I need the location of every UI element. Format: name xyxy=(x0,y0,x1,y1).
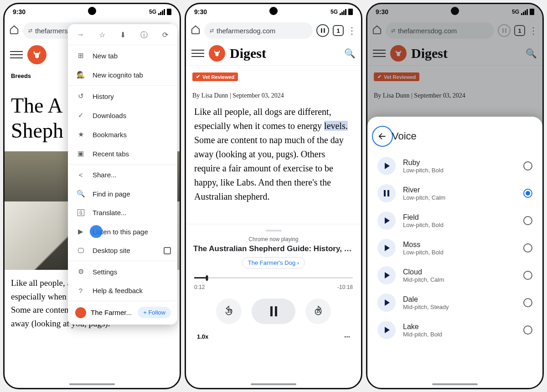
camera-cutout xyxy=(269,7,278,15)
radio-button[interactable] xyxy=(523,325,532,335)
monitor-icon: 🖵 xyxy=(76,247,85,254)
voice-row-cloud[interactable]: CloudMid-pitch, Calm xyxy=(372,262,538,289)
overflow-menu: → ☆ ⬇ ⓘ ⟳ ⊞New tab 🕵New icognito tab ↺Hi… xyxy=(68,24,177,325)
share-icon: < xyxy=(76,171,85,179)
search-icon[interactable]: 🔍 xyxy=(344,48,356,59)
drag-handle[interactable] xyxy=(266,230,282,232)
voice-sheet: Voice RubyLow-pitch, BoldRiverLow-pitch,… xyxy=(367,117,542,388)
menu-history[interactable]: ↺History xyxy=(68,87,177,106)
radio-button[interactable] xyxy=(523,189,532,198)
radio-button[interactable] xyxy=(523,271,532,280)
site-header: Digest 🔍 xyxy=(186,41,361,65)
plus-box-icon: ⊞ xyxy=(76,52,85,60)
camera-cutout xyxy=(88,7,96,15)
menu-translate[interactable]: 🄶Translate... xyxy=(68,203,177,222)
play-pause-button[interactable] xyxy=(252,299,295,324)
home-icon[interactable] xyxy=(191,25,201,36)
home-icon[interactable] xyxy=(9,25,19,36)
nav-home-bar[interactable] xyxy=(69,383,115,385)
tap-highlight xyxy=(90,225,103,238)
byline: By Lisa Dunn | September 03, 2024 xyxy=(186,88,361,104)
voice-list: RubyLow-pitch, BoldRiverLow-pitch, CalmF… xyxy=(372,152,538,344)
menu-share[interactable]: <Share... xyxy=(68,165,177,184)
play-icon[interactable] xyxy=(377,321,396,339)
info-icon[interactable]: ⓘ xyxy=(140,31,148,40)
voice-row-lake[interactable]: LakeMid-pitch, Bold xyxy=(372,316,538,344)
pause-icon[interactable] xyxy=(377,184,396,202)
overflow-icon[interactable]: ⋮ xyxy=(347,26,356,35)
site-logo[interactable] xyxy=(27,45,46,64)
menu-bookmarks[interactable]: ★Bookmarks xyxy=(68,125,177,144)
hamburger-icon[interactable] xyxy=(191,50,204,57)
voice-desc: Mid-pitch, Calm xyxy=(403,276,516,283)
playback-controls: 10 10 xyxy=(191,290,356,332)
voice-name: Cloud xyxy=(403,268,516,276)
menu-site-account: The Farmer... + Follow xyxy=(68,302,177,320)
radio-button[interactable] xyxy=(523,243,532,253)
play-icon[interactable] xyxy=(377,157,396,175)
rewind-10-button[interactable]: 10 xyxy=(216,299,242,324)
menu-help[interactable]: ?Help & feedback xyxy=(68,281,177,300)
nav-home-bar[interactable] xyxy=(432,383,478,385)
menu-find[interactable]: 🔍Find in page xyxy=(68,184,177,203)
menu-incognito[interactable]: 🕵New icognito tab xyxy=(68,65,177,84)
remaining-time: -10:18 xyxy=(337,284,353,290)
forward-10-button[interactable]: 10 xyxy=(305,299,331,324)
now-playing-label: Chrome now playing xyxy=(191,236,356,242)
voice-row-dale[interactable]: DaleMid-pitch, Steady xyxy=(372,289,538,316)
menu-desktop-site[interactable]: 🖵Desktop site xyxy=(68,241,177,260)
voice-name: Moss xyxy=(403,241,516,249)
menu-settings[interactable]: ⚙Settings xyxy=(68,262,177,281)
elapsed-time: 0:12 xyxy=(194,284,205,290)
history-icon: ↺ xyxy=(76,92,85,100)
site-settings-icon: ⇄ xyxy=(28,28,32,34)
translate-icon: 🄶 xyxy=(76,209,85,217)
menu-recent-tabs[interactable]: ▣Recent tabs xyxy=(68,144,177,163)
url-bar[interactable]: ⇄thefarmersdog.com xyxy=(204,22,313,39)
tts-highlight: levels. xyxy=(324,121,348,131)
menu-new-tab[interactable]: ⊞New tab xyxy=(68,46,177,65)
menu-downloads[interactable]: ✓Downloads xyxy=(68,106,177,125)
svg-text:10: 10 xyxy=(316,308,322,314)
play-icon[interactable] xyxy=(377,266,396,284)
back-button[interactable] xyxy=(372,126,393,147)
svg-text:10: 10 xyxy=(227,308,232,314)
speed-button[interactable]: 1.0x xyxy=(197,333,208,340)
source-chip[interactable]: The Farmer's Dog › xyxy=(242,257,305,268)
toolbar-pause-button[interactable] xyxy=(316,24,329,37)
nav-home-bar[interactable] xyxy=(251,383,296,385)
player-more-icon[interactable]: ⋯ xyxy=(344,333,350,340)
play-icon[interactable] xyxy=(377,239,396,257)
radio-button[interactable] xyxy=(523,298,532,307)
voice-name: Field xyxy=(403,213,516,222)
voice-row-ruby[interactable]: RubyLow-pitch, Bold xyxy=(372,152,538,180)
brand-wordmark: Digest xyxy=(230,46,266,61)
browser-toolbar: ⇄thefarmersdog.com 1 ⋮ xyxy=(186,20,361,41)
signal-icon xyxy=(158,9,165,15)
progress-slider[interactable] xyxy=(194,273,353,282)
help-icon: ? xyxy=(76,287,85,294)
radio-button[interactable] xyxy=(523,161,532,170)
hamburger-icon[interactable] xyxy=(10,51,23,58)
track-title: The Australian Shepherd Guide: History, … xyxy=(191,244,356,253)
voice-row-field[interactable]: FieldLow-pitch, Bold xyxy=(372,207,538,234)
menu-listen[interactable]: ▶ Listen to this page xyxy=(68,222,177,241)
download-check-icon: ✓ xyxy=(76,111,85,119)
voice-row-moss[interactable]: MossLow-pitch, Bold xyxy=(372,234,538,262)
tab-switcher[interactable]: 1 xyxy=(333,25,344,36)
sheet-title: Voice xyxy=(392,130,417,142)
checkbox-unchecked[interactable] xyxy=(164,247,171,254)
forward-icon[interactable]: → xyxy=(77,31,84,40)
follow-button[interactable]: + Follow xyxy=(138,307,171,318)
site-logo[interactable] xyxy=(209,45,225,62)
status-bar: 9:30 5G xyxy=(186,4,361,20)
star-icon[interactable]: ☆ xyxy=(99,31,105,40)
radio-button[interactable] xyxy=(523,216,532,225)
voice-desc: Low-pitch, Bold xyxy=(403,249,516,256)
play-icon[interactable] xyxy=(377,211,396,230)
download-icon[interactable]: ⬇ xyxy=(120,31,126,40)
phone-screen-2: 9:30 5G ⇄thefarmersdog.com 1 ⋮ Digest 🔍 … xyxy=(185,3,362,389)
refresh-icon[interactable]: ⟳ xyxy=(162,31,168,40)
voice-row-river[interactable]: RiverLow-pitch, Calm xyxy=(372,180,538,207)
play-icon[interactable] xyxy=(377,294,396,312)
